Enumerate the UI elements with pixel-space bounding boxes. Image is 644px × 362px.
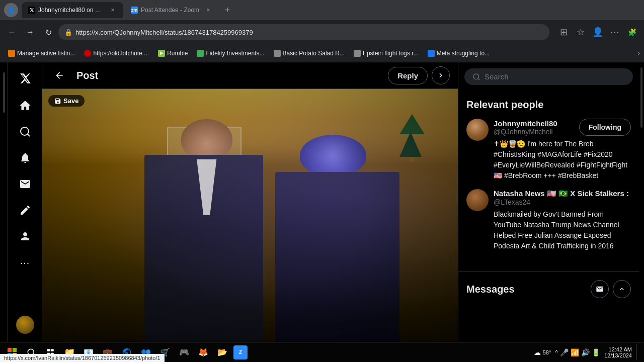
- taskbar-firefox-button[interactable]: 🦊: [195, 344, 211, 360]
- tab-bar-left: 👤: [4, 3, 18, 17]
- bookmark-potato-favicon: [274, 50, 281, 57]
- tab-x[interactable]: Johnnymitchell80 on X: "@LTexas... ×: [22, 2, 123, 18]
- bookmark-bitchute[interactable]: https://old.bitchute....: [80, 48, 153, 59]
- tab-zoom-title: Post Attendee - Zoom: [141, 7, 199, 14]
- taskbar-folder-button[interactable]: 📂: [214, 344, 230, 360]
- tab-zoom-close[interactable]: ×: [204, 6, 212, 14]
- bookmark-epstein[interactable]: Epstein flight logs r...: [350, 48, 423, 59]
- relevant-people-title: Relevant people: [466, 99, 631, 111]
- bookmark-rumble[interactable]: Rumble: [154, 48, 192, 59]
- bookmarks-overflow-icon[interactable]: ›: [637, 49, 640, 58]
- svg-marker-0: [160, 51, 163, 55]
- messages-actions: [591, 280, 631, 298]
- tab-zoom-favicon: zm: [131, 7, 138, 14]
- address-bar[interactable]: 🔒 https://x.com/QJohnnyMitchell/status/1…: [58, 24, 549, 40]
- search-input[interactable]: [485, 72, 625, 81]
- bookmark-bitchute-label: https://old.bitchute....: [93, 50, 149, 57]
- person-handle-johnnymitchell: @QJohnnyMitchell: [494, 128, 557, 136]
- back-button[interactable]: ←: [4, 24, 20, 40]
- reply-button[interactable]: Reply: [388, 67, 428, 84]
- search-input-wrap: [464, 68, 633, 85]
- person-avatar-natashanews[interactable]: [466, 189, 489, 211]
- person-bio-natasha: Blackmailed by Gov't Banned From YouTube…: [494, 209, 631, 251]
- sidebar-item-compose[interactable]: [13, 198, 37, 222]
- following-button-johnnymitchell[interactable]: Following: [579, 119, 631, 136]
- person-name-johnnymitchell: Johnnymitchell80 @QJohnnyMitchell: [494, 119, 557, 136]
- sidebar-item-profile[interactable]: [13, 224, 37, 248]
- taskbar-zoom-button[interactable]: Z: [233, 345, 248, 359]
- forward-button[interactable]: →: [22, 24, 38, 40]
- scrollbar-right: [639, 62, 644, 342]
- sidebar-logo[interactable]: [13, 66, 37, 90]
- volume-icon[interactable]: 🔊: [581, 348, 590, 356]
- weather-widget[interactable]: ☁ 58°: [534, 348, 551, 356]
- messages-compose-button[interactable]: [591, 280, 609, 298]
- extensions-puzzle-icon[interactable]: 🧩: [624, 24, 640, 40]
- lock-icon: 🔒: [64, 29, 72, 36]
- person-display-name-natasha[interactable]: Natasha News 🇺🇸 🇧🇷 X Sick Stalkers :: [494, 189, 629, 198]
- person-bio-johnnymitchell: ✝👑🥃🫡 I'm here for The Breb #ChristIsKing…: [494, 139, 631, 181]
- bookmark-rumble-favicon: [158, 50, 165, 57]
- sidebar-avatar-container: [16, 316, 34, 338]
- relevant-people-section: Relevant people Johnnymitchell80 @QJohnn…: [458, 91, 639, 267]
- tab-x-favicon: [28, 7, 35, 14]
- profile-icon[interactable]: 👤: [4, 3, 18, 17]
- bookmark-manage[interactable]: Manage active listin...: [4, 48, 79, 59]
- person-avatar-johnnymitchell[interactable]: [466, 119, 489, 141]
- post-title: Post: [76, 70, 388, 81]
- toolbar-right: ⊞ ☆ 👤 ⋯ 🧩: [555, 24, 640, 40]
- bookmark-manage-label: Manage active listin...: [17, 50, 75, 57]
- save-badge[interactable]: Save: [48, 95, 85, 107]
- taskbar-game-button[interactable]: 🎮: [176, 344, 192, 360]
- more-options-icon[interactable]: ⋯: [607, 24, 623, 40]
- back-post-button[interactable]: [50, 66, 68, 84]
- search-icon: [472, 73, 480, 81]
- weather-temp: 58°: [543, 349, 551, 355]
- bookmark-fidelity-label: Fidelity Investments...: [206, 50, 264, 57]
- tab-x-close[interactable]: ×: [109, 6, 117, 14]
- extensions-icon[interactable]: ⊞: [555, 24, 572, 40]
- sidebar-item-more[interactable]: ···: [13, 250, 37, 275]
- person-handle-natasha: @LTexas24: [494, 198, 629, 206]
- bookmark-meta[interactable]: Meta struggling to...: [424, 48, 494, 59]
- bookmark-bitchute-favicon: [84, 50, 91, 57]
- sidebar-item-messages[interactable]: [13, 172, 37, 196]
- profile-menu-icon[interactable]: 👤: [590, 24, 606, 40]
- mic-icon[interactable]: 🎤: [560, 348, 569, 356]
- sidebar-item-notifications[interactable]: [13, 146, 37, 170]
- photo-scene: [42, 89, 458, 342]
- bookmark-fidelity[interactable]: Fidelity Investments...: [193, 48, 268, 59]
- post-header: Post Reply: [42, 62, 458, 89]
- taskbar-system-tray: ☁ 58° ^ 🎤 📶 🔊 🔋 12:42 AM 12/13/2024: [534, 344, 640, 360]
- save-label: Save: [63, 97, 78, 105]
- taskbar-overflow-icon[interactable]: ^: [555, 349, 558, 356]
- toolbar: ← → ↻ 🔒 https://x.com/QJohnnyMitchell/st…: [0, 20, 644, 44]
- sidebar-item-search[interactable]: [13, 120, 37, 144]
- sidebar-avatar[interactable]: [16, 316, 34, 334]
- tab-zoom[interactable]: zm Post Attendee - Zoom ×: [125, 2, 218, 18]
- show-desktop-button[interactable]: [636, 344, 640, 360]
- clock-time: 12:42 AM: [609, 346, 632, 352]
- messages-title: Messages: [466, 284, 515, 295]
- bookmark-icon[interactable]: ☆: [573, 24, 589, 40]
- search-box: [464, 68, 633, 85]
- bookmark-potato[interactable]: Basic Potato Salad R...: [270, 48, 349, 59]
- messages-up-button[interactable]: [613, 280, 631, 298]
- clock-widget[interactable]: 12:42 AM 12/13/2024: [604, 346, 632, 358]
- sys-tray-icons: ^ 🎤 📶 🔊 🔋: [555, 348, 600, 356]
- weather-icon: ☁: [534, 348, 541, 356]
- main-content: Post Reply: [42, 62, 458, 342]
- battery-icon[interactable]: 🔋: [592, 348, 600, 356]
- bookmark-meta-favicon: [428, 50, 435, 57]
- status-bar: https://x.com/IvanRaiklin/status/1867012…: [0, 354, 165, 362]
- bookmarks-bar: Manage active listin... https://old.bitc…: [0, 44, 644, 62]
- person-display-name[interactable]: Johnnymitchell80: [494, 119, 557, 128]
- scroll-thumb: [3, 72, 5, 113]
- svg-rect-8: [47, 349, 50, 351]
- sidebar-item-home[interactable]: [13, 94, 37, 118]
- person-info-natashanews: Natasha News 🇺🇸 🇧🇷 X Sick Stalkers : @LT…: [494, 189, 631, 251]
- post-more-button[interactable]: [432, 66, 450, 84]
- new-tab-button[interactable]: +: [220, 3, 234, 17]
- refresh-button[interactable]: ↻: [40, 24, 56, 40]
- wifi-icon[interactable]: 📶: [571, 348, 579, 356]
